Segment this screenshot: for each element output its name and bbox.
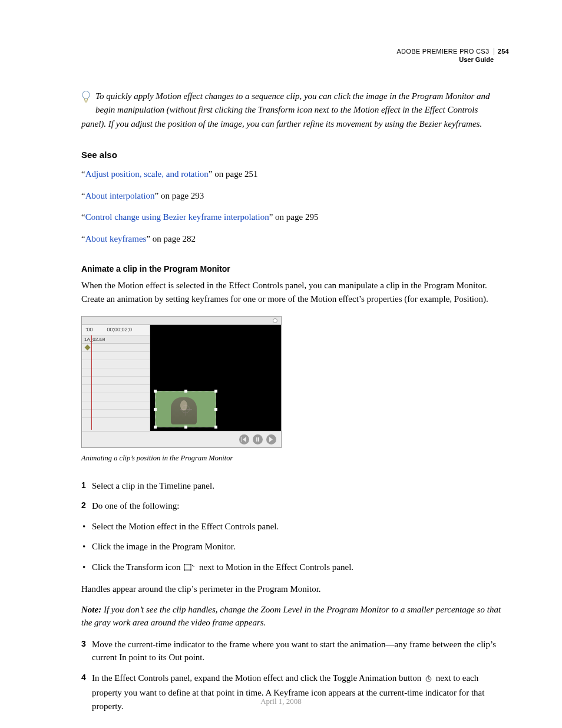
figure: :00 00;00;02;0 1A_02.avi <box>81 316 509 464</box>
note-body: If you don’t see the clip handles, chang… <box>81 605 501 628</box>
resize-handle <box>214 408 217 411</box>
lightbulb-icon <box>81 91 93 108</box>
bullet-icon: • <box>81 520 92 533</box>
xref-line: “About keyframes” on page 282 <box>81 232 509 246</box>
step-2: 2 Do one of the following: <box>81 499 509 513</box>
transform-icon <box>184 562 196 576</box>
xref-line: “About interpolation” on page 293 <box>81 189 509 203</box>
xref-link[interactable]: Control change using Bezier keyframe int… <box>85 212 269 222</box>
figure-caption: Animating a clip’s position in the Progr… <box>81 453 509 464</box>
section-heading: Animate a clip in the Program Monitor <box>81 263 509 275</box>
program-monitor-figure: :00 00;00;02;0 1A_02.avi <box>81 316 282 448</box>
program-monitor-viewport <box>150 325 281 431</box>
step-back-icon <box>239 434 249 444</box>
list-item: • Click the image in the Program Monitor… <box>81 540 509 554</box>
step-text: Select a clip in the Timeline panel. <box>92 479 509 493</box>
bullet-text: Click the Transform icon next to Motion … <box>92 561 509 576</box>
step-text: Move the current-time indicator to the f… <box>92 638 509 664</box>
section-intro: When the Motion effect is selected in th… <box>81 279 509 305</box>
bullet-text: Select the Motion effect in the Effect C… <box>92 520 509 533</box>
xref-link[interactable]: About interpolation <box>85 191 155 200</box>
product-name: ADOBE PREMIERE PRO CS3 <box>396 48 489 55</box>
xref-line: “Control change using Bezier keyframe in… <box>81 210 509 224</box>
svg-rect-3 <box>256 437 257 442</box>
xref-line: “Adjust position, scale, and rotation” o… <box>81 167 509 181</box>
footer-date: April 1, 2008 <box>0 696 562 707</box>
step-forward-icon <box>266 434 276 444</box>
anchor-point-icon <box>181 405 190 413</box>
svg-rect-13 <box>428 675 429 676</box>
page-number: 254 <box>494 48 509 55</box>
note: Note: If you don’t see the clip handles,… <box>81 603 509 630</box>
panel-menu-icon <box>273 318 277 323</box>
tip-text-cont: panel). If you adjust the position of th… <box>81 117 509 131</box>
svg-rect-6 <box>184 564 185 565</box>
svg-line-12 <box>428 679 430 680</box>
xref-link[interactable]: Adjust position, scale, and rotation <box>85 169 209 179</box>
effect-controls-timeline: :00 00;00;02;0 1A_02.avi <box>82 325 150 431</box>
selected-clip <box>155 391 216 427</box>
bullet-icon: • <box>81 561 92 576</box>
resize-handle <box>154 408 157 411</box>
page-header: ADOBE PREMIERE PRO CS3 254 User Guide <box>396 47 509 64</box>
svg-rect-7 <box>190 564 191 565</box>
xref-link[interactable]: About keyframes <box>85 234 147 243</box>
resize-handle <box>214 426 217 429</box>
bullet-text: Click the image in the Program Monitor. <box>92 540 509 554</box>
list-item: • Click the Transform icon next to Motio… <box>81 561 509 576</box>
note-label: Note: <box>81 605 101 614</box>
tip-text: To quickly apply Motion effect changes t… <box>95 90 509 116</box>
doc-title: User Guide <box>396 55 509 64</box>
resize-handle <box>184 426 187 429</box>
list-item: • Select the Motion effect in the Effect… <box>81 520 509 533</box>
step-number: 2 <box>81 499 92 513</box>
step-3: 3 Move the current-time indicator to the… <box>81 638 509 664</box>
tip-block: To quickly apply Motion effect changes t… <box>81 90 509 116</box>
resize-handle <box>154 390 157 393</box>
toggle-animation-icon <box>425 673 432 687</box>
svg-rect-8 <box>184 569 185 571</box>
resize-handle <box>184 390 187 393</box>
ruler-start: :00 <box>85 326 93 334</box>
keyframe-icon <box>85 345 91 351</box>
svg-rect-9 <box>190 569 191 571</box>
track-label: 1A_02.avi <box>82 335 150 344</box>
step-text: Do one of the following: <box>92 499 509 513</box>
playhead-icon <box>91 335 92 430</box>
step-number: 1 <box>81 479 92 493</box>
svg-point-0 <box>82 91 90 99</box>
resize-handle <box>154 426 157 429</box>
bullet-icon: • <box>81 540 92 554</box>
pause-icon <box>253 434 263 444</box>
ruler-time: 00;00;02;0 <box>107 326 133 334</box>
step-number: 3 <box>81 638 92 664</box>
see-also-heading: See also <box>81 149 509 162</box>
step-1: 1 Select a clip in the Timeline panel. <box>81 479 509 493</box>
resize-handle <box>214 390 217 393</box>
svg-rect-5 <box>184 565 191 570</box>
body-text: Handles appear around the clip’s perimet… <box>81 582 509 596</box>
svg-rect-4 <box>258 437 259 442</box>
